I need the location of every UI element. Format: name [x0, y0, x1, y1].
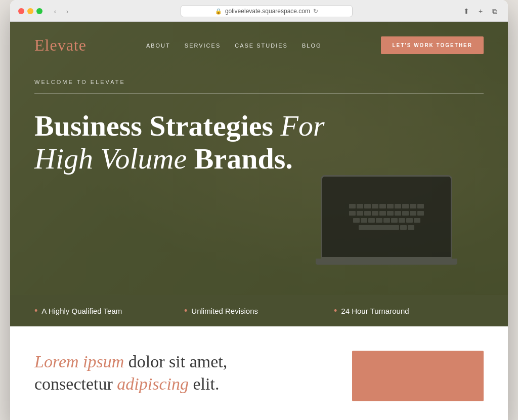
- cta-button[interactable]: LET'S WORK TOGETHER: [381, 36, 484, 54]
- address-bar[interactable]: 🔒 goliveelevate.squarespace.com ↻: [181, 5, 353, 17]
- lorem-normal-3: elit.: [189, 374, 219, 393]
- features-bar: • A Highly Qualified Team • Unlimited Re…: [10, 295, 508, 326]
- browser-nav-controls: ‹ ›: [51, 7, 72, 16]
- back-button[interactable]: ‹: [51, 7, 60, 16]
- feature-label-3: 24 Hour Turnaround: [341, 307, 409, 315]
- feature-item-2: • Unlimited Revisions: [184, 306, 334, 315]
- tabs-button[interactable]: ⧉: [490, 6, 500, 16]
- nav-link-blog[interactable]: BLOG: [302, 43, 322, 49]
- lorem-normal-2: consectetur: [34, 374, 117, 393]
- feature-item-1: • A Highly Qualified Team: [34, 306, 184, 315]
- feature-item-3: • 24 Hour Turnaround: [334, 306, 484, 315]
- hero-content: WELCOME TO ELEVATE Business Strategies F…: [10, 69, 508, 196]
- keyboard-row: [327, 204, 446, 208]
- address-bar-container: 🔒 goliveelevate.squarespace.com ↻: [77, 5, 456, 17]
- laptop-base: [316, 259, 457, 265]
- browser-chrome: ‹ › 🔒 goliveelevate.squarespace.com ↻ ⬆ …: [10, 0, 508, 22]
- content-section: Lorem ipsum dolor sit amet, consectetur …: [10, 326, 508, 420]
- lorem-italic-1: Lorem ipsum: [34, 352, 124, 371]
- maximize-button[interactable]: [36, 8, 42, 14]
- new-tab-button[interactable]: +: [476, 6, 486, 16]
- hero-section: Elevate ABOUT SERVICES CASE STUDIES BLOG…: [10, 22, 508, 295]
- lorem-paragraph: Lorem ipsum dolor sit amet, consectetur …: [34, 351, 336, 395]
- hero-title: Business Strategies For High Volume Bran…: [34, 110, 328, 176]
- nav-link-case-studies[interactable]: CASE STUDIES: [235, 43, 288, 49]
- nav-links: ABOUT SERVICES CASE STUDIES BLOG: [107, 43, 361, 49]
- browser-window: ‹ › 🔒 goliveelevate.squarespace.com ↻ ⬆ …: [10, 0, 508, 420]
- close-button[interactable]: [18, 8, 24, 14]
- hero-title-line2: High Volume Brands.: [34, 142, 293, 175]
- hero-subtitle: WELCOME TO ELEVATE: [34, 79, 484, 85]
- hero-title-line1: Business Strategies For: [34, 109, 325, 142]
- site-logo[interactable]: Elevate: [34, 36, 87, 55]
- lorem-normal-1: dolor sit amet,: [124, 352, 227, 371]
- lock-icon: 🔒: [215, 8, 222, 15]
- hero-divider: [34, 93, 484, 94]
- content-text: Lorem ipsum dolor sit amet, consectetur …: [34, 351, 336, 395]
- lorem-italic-2: adipiscing: [117, 374, 189, 393]
- share-button[interactable]: ⬆: [461, 6, 471, 16]
- bullet-icon-3: •: [334, 306, 337, 315]
- nav-link-about[interactable]: ABOUT: [146, 43, 170, 49]
- url-text: goliveelevate.squarespace.com: [225, 8, 310, 15]
- refresh-icon[interactable]: ↻: [313, 8, 318, 15]
- nav-link-services[interactable]: SERVICES: [185, 43, 221, 49]
- content-image-box: [352, 351, 484, 401]
- forward-button[interactable]: ›: [63, 7, 72, 16]
- navigation: Elevate ABOUT SERVICES CASE STUDIES BLOG…: [10, 22, 508, 69]
- bullet-icon-1: •: [34, 306, 37, 315]
- feature-label-1: A Highly Qualified Team: [41, 307, 122, 315]
- website: Elevate ABOUT SERVICES CASE STUDIES BLOG…: [10, 22, 508, 420]
- minimize-button[interactable]: [27, 8, 33, 14]
- bullet-icon-2: •: [184, 306, 187, 315]
- feature-label-2: Unlimited Revisions: [191, 307, 258, 315]
- traffic-lights: [18, 8, 42, 14]
- browser-actions: ⬆ + ⧉: [461, 6, 500, 16]
